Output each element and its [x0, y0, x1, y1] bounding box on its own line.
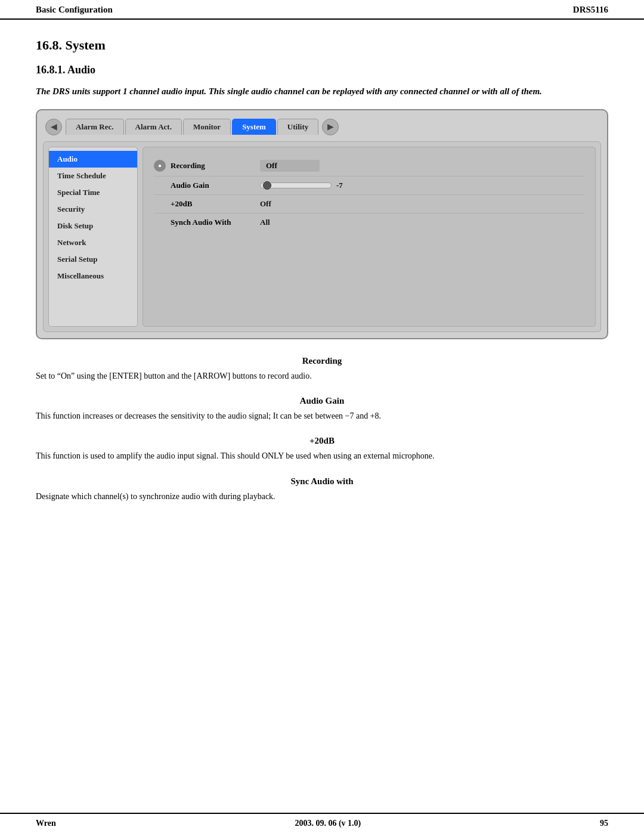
tab-back-button[interactable]: ◀ [45, 119, 62, 135]
header-right: DRS5116 [573, 5, 608, 15]
footer-center: 2003. 09. 06 (v 1.0) [295, 819, 361, 828]
settings-row-recording: ● Recording Off [154, 156, 584, 176]
section-title: 16.8. System [36, 38, 608, 53]
desc-recording: Recording Set to “On” using the [ENTER] … [36, 356, 608, 383]
intro-paragraph: The DRS units support 1 channel audio in… [36, 85, 608, 98]
desc-heading-sync-audio: Sync Audio with [36, 476, 608, 487]
desc-text-sync-audio: Designate which channel(s) to synchroniz… [36, 490, 608, 503]
header-left: Basic Configuration [36, 5, 113, 15]
slider-thumb[interactable] [263, 181, 271, 190]
slider-track[interactable] [260, 182, 332, 188]
desc-text-20db: This function is used to amplify the aud… [36, 450, 608, 463]
value-audio-gain: -7 [336, 181, 343, 190]
tab-monitor[interactable]: Monitor [183, 119, 231, 135]
sidebar-menu: Audio Time Schedule Special Time Securit… [48, 147, 138, 327]
desc-sync-audio: Sync Audio with Designate which channel(… [36, 476, 608, 503]
value-recording: Off [260, 160, 320, 172]
value-20db: Off [260, 199, 271, 209]
sidebar-item-special-time[interactable]: Special Time [49, 184, 137, 201]
label-recording: Recording [171, 161, 260, 171]
desc-heading-audio-gain: Audio Gain [36, 396, 608, 406]
tab-alarm-act[interactable]: Alarm Act. [125, 119, 182, 135]
desc-text-recording: Set to “On” using the [ENTER] button and… [36, 370, 608, 383]
subsection-title: 16.8.1. Audio [36, 64, 608, 76]
desc-text-audio-gain: This function increases or decreases the… [36, 410, 608, 423]
slider-container[interactable]: -7 [260, 181, 343, 190]
tab-more-button[interactable]: ▶ [322, 119, 339, 135]
mic-icon: ● [154, 160, 166, 172]
label-20db: +20dB [171, 199, 260, 209]
label-audio-gain: Audio Gain [171, 181, 260, 190]
desc-audio-gain: Audio Gain This function increases or de… [36, 396, 608, 423]
tab-utility[interactable]: Utility [277, 119, 318, 135]
sidebar-item-network[interactable]: Network [49, 234, 137, 251]
right-settings-panel: ● Recording Off Audio Gain -7 [143, 147, 596, 327]
footer-left: Wren [36, 819, 56, 828]
ui-screenshot-box: ◀ Alarm Rec. Alarm Act. Monitor System U… [36, 109, 608, 339]
sidebar-item-time-schedule[interactable]: Time Schedule [49, 168, 137, 184]
value-synch-audio: All [260, 218, 270, 227]
label-synch-audio: Synch Audio With [171, 218, 260, 227]
sidebar-item-serial-setup[interactable]: Serial Setup [49, 251, 137, 268]
sidebar-item-disk-setup[interactable]: Disk Setup [49, 218, 137, 234]
sidebar-item-security[interactable]: Security [49, 201, 137, 218]
tab-system[interactable]: System [232, 119, 276, 135]
desc-20db: +20dB This function is used to amplify t… [36, 436, 608, 463]
sidebar-item-miscellaneous[interactable]: Miscellaneous [49, 268, 137, 284]
tab-bar: ◀ Alarm Rec. Alarm Act. Monitor System U… [43, 116, 601, 135]
settings-row-audio-gain: Audio Gain -7 [154, 176, 584, 195]
sidebar-item-audio[interactable]: Audio [49, 151, 137, 168]
settings-row-20db: +20dB Off [154, 195, 584, 213]
page-header: Basic Configuration DRS5116 [0, 0, 644, 20]
main-content: 16.8. System 16.8.1. Audio The DRS units… [0, 20, 644, 540]
footer-right: 95 [600, 819, 608, 828]
desc-heading-20db: +20dB [36, 436, 608, 446]
desc-heading-recording: Recording [36, 356, 608, 366]
tab-alarm-rec[interactable]: Alarm Rec. [66, 119, 124, 135]
page-footer: Wren 2003. 09. 06 (v 1.0) 95 [0, 813, 644, 833]
settings-row-synch-audio: Synch Audio With All [154, 213, 584, 231]
inner-panel: Audio Time Schedule Special Time Securit… [43, 141, 601, 332]
